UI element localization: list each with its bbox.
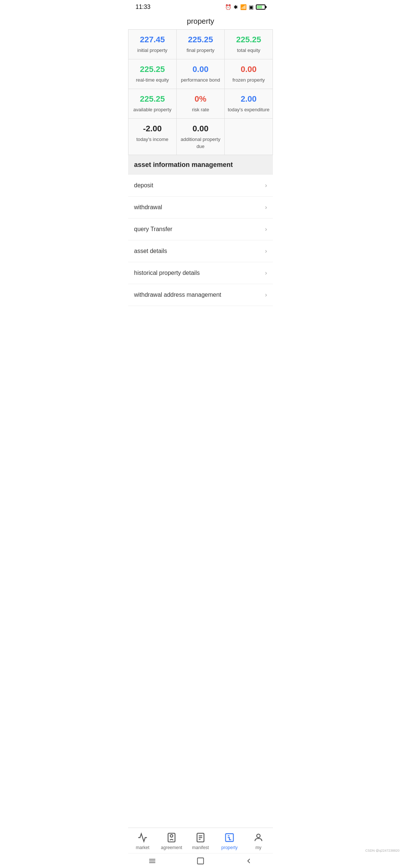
status-bar: 11:33 ⏰ ✱ 📶 ▣ xyxy=(128,0,273,13)
nav-menu-icon[interactable] xyxy=(148,857,156,865)
wifi-icon: 📶 xyxy=(240,4,247,10)
menu-item-1[interactable]: withdrawal› xyxy=(128,197,273,218)
nav-item-agreement[interactable]: agreement xyxy=(157,832,186,850)
menu-item-label-4: historical property details xyxy=(134,270,200,276)
menu-item-4[interactable]: historical property details› xyxy=(128,262,273,284)
nav-item-property[interactable]: property xyxy=(215,832,244,850)
nav-icon-property xyxy=(224,832,235,844)
stat-value-0-2: 225.25 xyxy=(228,35,270,45)
stat-cell-1-0: 225.25real-time equity xyxy=(128,59,177,89)
menu-item-2[interactable]: query Transfer› xyxy=(128,218,273,240)
svg-point-1 xyxy=(170,835,173,837)
stat-cell-3-2 xyxy=(225,119,273,155)
stat-value-2-0: 225.25 xyxy=(131,94,173,104)
stats-row-2: 225.25available property0%risk rate2.00t… xyxy=(128,89,273,119)
chevron-icon-3: › xyxy=(265,248,267,254)
chevron-icon-2: › xyxy=(265,226,267,233)
stat-cell-1-2: 0.00frozen property xyxy=(225,59,273,89)
nav-icon-my xyxy=(252,832,264,844)
status-icons: ⏰ ✱ 📶 ▣ xyxy=(225,4,265,10)
menu-item-label-2: query Transfer xyxy=(134,226,172,233)
nav-label-my: my xyxy=(255,845,261,850)
chevron-icon-4: › xyxy=(265,270,267,276)
menu-list: deposit›withdrawal›query Transfer›asset … xyxy=(128,175,273,306)
menu-item-label-3: asset details xyxy=(134,248,167,254)
nav-label-property: property xyxy=(221,845,238,850)
svg-point-8 xyxy=(257,834,260,838)
nav-label-manifest: manifest xyxy=(192,845,209,850)
nav-item-market[interactable]: market xyxy=(128,832,157,850)
chevron-icon-1: › xyxy=(265,204,267,211)
stat-label-3-1: additional property due xyxy=(181,137,221,149)
alarm-icon: ⏰ xyxy=(225,4,231,10)
stat-cell-0-2: 225.25total equity xyxy=(225,30,273,59)
stat-value-3-0: -2.00 xyxy=(131,124,173,134)
stat-cell-0-1: 225.25final property xyxy=(177,30,225,59)
signal-icon: ▣ xyxy=(249,4,254,10)
nav-home-icon[interactable] xyxy=(196,857,205,865)
stats-row-3: -2.00today's income0.00additional proper… xyxy=(128,119,273,155)
stat-cell-2-1: 0%risk rate xyxy=(177,89,225,118)
stat-value-1-2: 0.00 xyxy=(228,65,270,74)
stat-label-0-2: total equity xyxy=(237,47,260,53)
nav-label-agreement: agreement xyxy=(161,845,182,850)
chevron-icon-0: › xyxy=(265,182,267,189)
section-header: asset information management xyxy=(128,155,273,175)
stat-label-0-1: final property xyxy=(186,47,214,53)
stats-row-1: 225.25real-time equity0.00performance bo… xyxy=(128,59,273,89)
bottom-nav: market agreement manifest property my xyxy=(128,828,273,853)
stat-value-0-1: 225.25 xyxy=(180,35,222,45)
stat-value-2-2: 2.00 xyxy=(228,94,270,104)
stat-cell-2-0: 225.25available property xyxy=(128,89,177,118)
nav-icon-manifest xyxy=(195,832,206,844)
menu-item-label-0: deposit xyxy=(134,182,153,189)
stats-grid: 227.45initial property225.25final proper… xyxy=(128,29,273,155)
bluetooth-icon: ✱ xyxy=(234,4,238,10)
stat-value-1-1: 0.00 xyxy=(180,65,222,74)
nav-item-my[interactable]: my xyxy=(244,832,273,850)
nav-icon-market xyxy=(137,832,149,844)
menu-item-0[interactable]: deposit› xyxy=(128,175,273,197)
svg-rect-12 xyxy=(198,858,204,864)
stat-label-0-0: initial property xyxy=(137,47,167,53)
stat-cell-3-1: 0.00additional property due xyxy=(177,119,225,155)
menu-item-label-5: withdrawal address management xyxy=(134,292,221,298)
stat-label-1-2: frozen property xyxy=(232,77,265,83)
stat-cell-3-0: -2.00today's income xyxy=(128,119,177,155)
nav-label-market: market xyxy=(136,845,150,850)
stat-label-1-1: performance bond xyxy=(181,77,220,83)
stat-cell-1-1: 0.00performance bond xyxy=(177,59,225,89)
stat-label-1-0: real-time equity xyxy=(136,77,169,83)
menu-item-3[interactable]: asset details› xyxy=(128,240,273,262)
stat-cell-2-2: 2.00today's expenditure xyxy=(225,89,273,118)
nav-back-icon[interactable] xyxy=(245,857,253,865)
status-time: 11:33 xyxy=(136,4,150,10)
stat-cell-0-0: 227.45initial property xyxy=(128,30,177,59)
menu-item-5[interactable]: withdrawal address management› xyxy=(128,284,273,306)
stat-label-2-0: available property xyxy=(133,107,172,112)
battery-icon xyxy=(256,4,265,10)
stat-label-3-0: today's income xyxy=(136,137,168,142)
menu-item-label-1: withdrawal xyxy=(134,204,162,211)
chevron-icon-5: › xyxy=(265,292,267,298)
stat-value-2-1: 0% xyxy=(180,94,222,104)
stat-value-3-1: 0.00 xyxy=(180,124,222,134)
stat-value-1-0: 225.25 xyxy=(131,65,173,74)
page-title: property xyxy=(128,13,273,29)
nav-icon-agreement xyxy=(166,832,177,844)
stat-label-2-1: risk rate xyxy=(192,107,209,112)
stats-row-0: 227.45initial property225.25final proper… xyxy=(128,30,273,59)
stat-value-0-0: 227.45 xyxy=(131,35,173,45)
system-nav-bar xyxy=(128,853,273,868)
stat-label-2-2: today's expenditure xyxy=(228,107,269,112)
nav-item-manifest[interactable]: manifest xyxy=(186,832,215,850)
